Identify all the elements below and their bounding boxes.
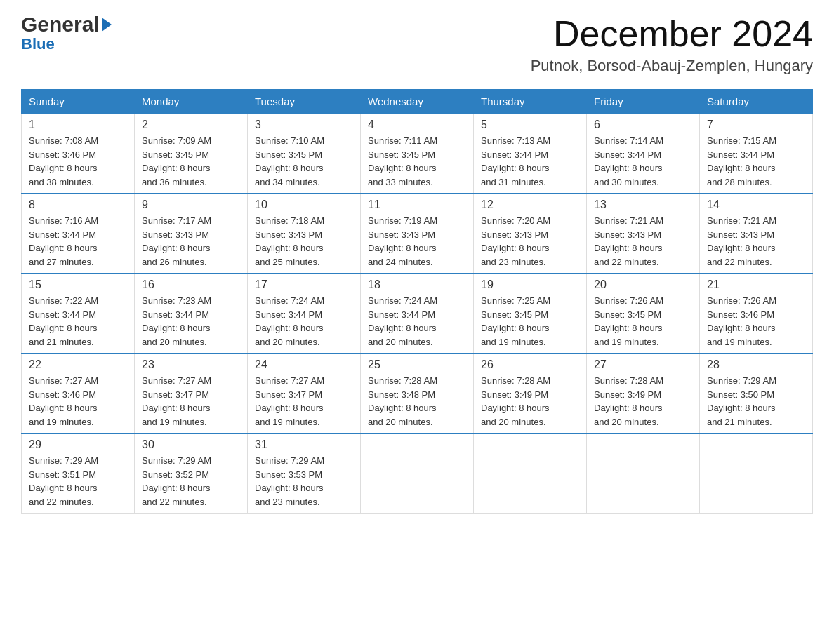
weekday-header-wednesday: Wednesday: [361, 90, 474, 114]
calendar-cell: 27 Sunrise: 7:28 AM Sunset: 3:49 PM Dayl…: [587, 354, 700, 434]
calendar-cell: 5 Sunrise: 7:13 AM Sunset: 3:44 PM Dayli…: [474, 114, 587, 194]
day-info: Sunrise: 7:09 AM Sunset: 3:45 PM Dayligh…: [142, 134, 240, 189]
calendar-cell: 2 Sunrise: 7:09 AM Sunset: 3:45 PM Dayli…: [135, 114, 248, 194]
day-info: Sunrise: 7:19 AM Sunset: 3:43 PM Dayligh…: [368, 214, 466, 269]
calendar-cell: 21 Sunrise: 7:26 AM Sunset: 3:46 PM Dayl…: [700, 274, 813, 354]
calendar-cell: [474, 434, 587, 514]
calendar-cell: 26 Sunrise: 7:28 AM Sunset: 3:49 PM Dayl…: [474, 354, 587, 434]
day-info: Sunrise: 7:28 AM Sunset: 3:49 PM Dayligh…: [594, 374, 692, 429]
day-info: Sunrise: 7:10 AM Sunset: 3:45 PM Dayligh…: [255, 134, 353, 189]
header-area: General Blue December 2024 Putnok, Borso…: [21, 14, 813, 75]
day-number: 18: [368, 279, 466, 291]
weekday-header-sunday: Sunday: [22, 90, 135, 114]
day-info: Sunrise: 7:18 AM Sunset: 3:43 PM Dayligh…: [255, 214, 353, 269]
calendar-week-4: 22 Sunrise: 7:27 AM Sunset: 3:46 PM Dayl…: [22, 354, 813, 434]
day-number: 28: [707, 358, 805, 371]
calendar-cell: 28 Sunrise: 7:29 AM Sunset: 3:50 PM Dayl…: [700, 354, 813, 434]
calendar-cell: 29 Sunrise: 7:29 AM Sunset: 3:51 PM Dayl…: [22, 434, 135, 514]
calendar-cell: 30 Sunrise: 7:29 AM Sunset: 3:52 PM Dayl…: [135, 434, 248, 514]
day-info: Sunrise: 7:27 AM Sunset: 3:46 PM Dayligh…: [29, 374, 127, 429]
calendar-week-2: 8 Sunrise: 7:16 AM Sunset: 3:44 PM Dayli…: [22, 194, 813, 274]
day-number: 6: [594, 119, 692, 131]
day-info: Sunrise: 7:13 AM Sunset: 3:44 PM Dayligh…: [481, 134, 579, 189]
day-info: Sunrise: 7:26 AM Sunset: 3:46 PM Dayligh…: [707, 294, 805, 349]
calendar-cell: 14 Sunrise: 7:21 AM Sunset: 3:43 PM Dayl…: [700, 194, 813, 274]
calendar-cell: 7 Sunrise: 7:15 AM Sunset: 3:44 PM Dayli…: [700, 114, 813, 194]
day-number: 1: [29, 119, 127, 131]
calendar-cell: 31 Sunrise: 7:29 AM Sunset: 3:53 PM Dayl…: [248, 434, 361, 514]
weekday-header-monday: Monday: [135, 90, 248, 114]
day-number: 12: [481, 199, 579, 211]
day-info: Sunrise: 7:08 AM Sunset: 3:46 PM Dayligh…: [29, 134, 127, 189]
calendar-header: SundayMondayTuesdayWednesdayThursdayFrid…: [22, 90, 813, 114]
calendar-week-3: 15 Sunrise: 7:22 AM Sunset: 3:44 PM Dayl…: [22, 274, 813, 354]
day-number: 15: [29, 279, 127, 291]
calendar-cell: 10 Sunrise: 7:18 AM Sunset: 3:43 PM Dayl…: [248, 194, 361, 274]
day-number: 26: [481, 358, 579, 371]
calendar-cell: 18 Sunrise: 7:24 AM Sunset: 3:44 PM Dayl…: [361, 274, 474, 354]
calendar-cell: [361, 434, 474, 514]
calendar-cell: 16 Sunrise: 7:23 AM Sunset: 3:44 PM Dayl…: [135, 274, 248, 354]
day-number: 24: [255, 358, 353, 371]
calendar-cell: 3 Sunrise: 7:10 AM Sunset: 3:45 PM Dayli…: [248, 114, 361, 194]
day-info: Sunrise: 7:28 AM Sunset: 3:48 PM Dayligh…: [368, 374, 466, 429]
day-number: 14: [707, 199, 805, 211]
weekday-header-thursday: Thursday: [474, 90, 587, 114]
day-number: 21: [707, 279, 805, 291]
day-info: Sunrise: 7:27 AM Sunset: 3:47 PM Dayligh…: [255, 374, 353, 429]
calendar-cell: 17 Sunrise: 7:24 AM Sunset: 3:44 PM Dayl…: [248, 274, 361, 354]
day-info: Sunrise: 7:22 AM Sunset: 3:44 PM Dayligh…: [29, 294, 127, 349]
day-number: 17: [255, 279, 353, 291]
day-info: Sunrise: 7:15 AM Sunset: 3:44 PM Dayligh…: [707, 134, 805, 189]
day-info: Sunrise: 7:29 AM Sunset: 3:51 PM Dayligh…: [29, 454, 127, 509]
day-number: 29: [29, 438, 127, 451]
day-number: 9: [142, 199, 240, 211]
day-number: 27: [594, 358, 692, 371]
day-info: Sunrise: 7:29 AM Sunset: 3:53 PM Dayligh…: [255, 454, 353, 509]
calendar-cell: 24 Sunrise: 7:27 AM Sunset: 3:47 PM Dayl…: [248, 354, 361, 434]
day-number: 8: [29, 199, 127, 211]
day-number: 31: [255, 438, 353, 451]
calendar-cell: 25 Sunrise: 7:28 AM Sunset: 3:48 PM Dayl…: [361, 354, 474, 434]
day-number: 10: [255, 199, 353, 211]
title-area: December 2024 Putnok, Borsod-Abauj-Zempl…: [531, 14, 813, 75]
day-number: 4: [368, 119, 466, 131]
day-info: Sunrise: 7:21 AM Sunset: 3:43 PM Dayligh…: [707, 214, 805, 269]
calendar-table: SundayMondayTuesdayWednesdayThursdayFrid…: [21, 89, 813, 514]
calendar-week-5: 29 Sunrise: 7:29 AM Sunset: 3:51 PM Dayl…: [22, 434, 813, 514]
day-info: Sunrise: 7:24 AM Sunset: 3:44 PM Dayligh…: [255, 294, 353, 349]
day-number: 20: [594, 279, 692, 291]
day-number: 3: [255, 119, 353, 131]
calendar-cell: 19 Sunrise: 7:25 AM Sunset: 3:45 PM Dayl…: [474, 274, 587, 354]
calendar-cell: 9 Sunrise: 7:17 AM Sunset: 3:43 PM Dayli…: [135, 194, 248, 274]
calendar-cell: 8 Sunrise: 7:16 AM Sunset: 3:44 PM Dayli…: [22, 194, 135, 274]
day-number: 22: [29, 358, 127, 371]
calendar-cell: [587, 434, 700, 514]
calendar-cell: 12 Sunrise: 7:20 AM Sunset: 3:43 PM Dayl…: [474, 194, 587, 274]
day-info: Sunrise: 7:28 AM Sunset: 3:49 PM Dayligh…: [481, 374, 579, 429]
day-number: 13: [594, 199, 692, 211]
calendar-cell: 6 Sunrise: 7:14 AM Sunset: 3:44 PM Dayli…: [587, 114, 700, 194]
logo-blue: Blue: [21, 35, 112, 53]
calendar-cell: 11 Sunrise: 7:19 AM Sunset: 3:43 PM Dayl…: [361, 194, 474, 274]
day-number: 16: [142, 279, 240, 291]
calendar-cell: 23 Sunrise: 7:27 AM Sunset: 3:47 PM Dayl…: [135, 354, 248, 434]
day-number: 23: [142, 358, 240, 371]
calendar-cell: 15 Sunrise: 7:22 AM Sunset: 3:44 PM Dayl…: [22, 274, 135, 354]
day-number: 2: [142, 119, 240, 131]
day-info: Sunrise: 7:25 AM Sunset: 3:45 PM Dayligh…: [481, 294, 579, 349]
calendar-cell: [700, 434, 813, 514]
month-title: December 2024: [531, 14, 813, 54]
day-info: Sunrise: 7:17 AM Sunset: 3:43 PM Dayligh…: [142, 214, 240, 269]
calendar-cell: 13 Sunrise: 7:21 AM Sunset: 3:43 PM Dayl…: [587, 194, 700, 274]
day-number: 25: [368, 358, 466, 371]
calendar-cell: 20 Sunrise: 7:26 AM Sunset: 3:45 PM Dayl…: [587, 274, 700, 354]
location-title: Putnok, Borsod-Abauj-Zemplen, Hungary: [531, 57, 813, 75]
day-info: Sunrise: 7:16 AM Sunset: 3:44 PM Dayligh…: [29, 214, 127, 269]
calendar-week-1: 1 Sunrise: 7:08 AM Sunset: 3:46 PM Dayli…: [22, 114, 813, 194]
weekday-header-tuesday: Tuesday: [248, 90, 361, 114]
day-info: Sunrise: 7:21 AM Sunset: 3:43 PM Dayligh…: [594, 214, 692, 269]
calendar-cell: 22 Sunrise: 7:27 AM Sunset: 3:46 PM Dayl…: [22, 354, 135, 434]
day-info: Sunrise: 7:11 AM Sunset: 3:45 PM Dayligh…: [368, 134, 466, 189]
day-info: Sunrise: 7:26 AM Sunset: 3:45 PM Dayligh…: [594, 294, 692, 349]
